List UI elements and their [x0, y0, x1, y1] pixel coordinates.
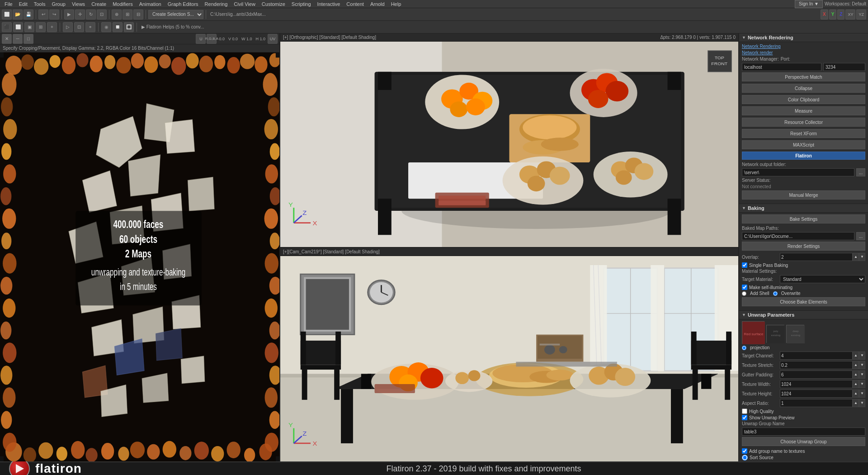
high-quality-checkbox[interactable]: [742, 408, 747, 414]
menu-scripting[interactable]: Scripting: [289, 1, 314, 7]
snap3-btn[interactable]: ⊟: [133, 10, 143, 19]
resource-collector-btn[interactable]: Resource Collector: [742, 118, 865, 127]
menu-edit[interactable]: Edit: [16, 1, 30, 7]
scale-btn[interactable]: ⊡: [97, 10, 107, 19]
menu-rendering[interactable]: Rendering: [202, 1, 231, 7]
menu-customize[interactable]: Customize: [259, 1, 288, 7]
sort-source-radio[interactable]: [742, 455, 748, 461]
tb2-btn1[interactable]: ⬛: [2, 22, 12, 32]
color-clipboard-btn[interactable]: Color Clipboard: [742, 95, 865, 104]
add-shell-radio[interactable]: [742, 291, 746, 296]
tb2-btn5[interactable]: +: [47, 22, 57, 32]
z-axis-btn[interactable]: Z: [837, 10, 844, 19]
undo-btn[interactable]: ↩: [38, 10, 48, 19]
network-render-link[interactable]: Network render: [742, 50, 773, 55]
rotate-btn[interactable]: ↻: [86, 10, 96, 19]
unwrap-group-input[interactable]: [742, 428, 865, 436]
menu-civil-view[interactable]: Civil View: [231, 1, 258, 7]
snap-btn[interactable]: ⊕: [112, 10, 122, 19]
tb2-btn6[interactable]: ▷: [63, 22, 73, 32]
tc-up[interactable]: ▲: [853, 352, 859, 360]
new-scene-btn[interactable]: ⬜: [2, 10, 12, 19]
menu-file[interactable]: File: [2, 1, 15, 7]
signin-button[interactable]: Sign In ▼: [795, 0, 823, 8]
menu-graph-editors[interactable]: Graph Editors: [165, 1, 201, 7]
overwrite-radio[interactable]: [773, 291, 778, 296]
uv-min-btn[interactable]: ─: [13, 34, 23, 44]
gp-up[interactable]: ▲: [853, 370, 859, 379]
projection-radio-input[interactable]: [742, 346, 746, 350]
uv-channel-u[interactable]: U: [196, 34, 206, 44]
texture-preview-deep[interactable]: deep existing: [786, 325, 804, 343]
snap2-btn[interactable]: ⊞: [123, 10, 132, 19]
flatiron-btn[interactable]: Flatiron: [742, 152, 865, 160]
choose-bake-btn[interactable]: Choose Bake Elements: [742, 297, 865, 306]
choose-unwrap-btn[interactable]: Choose Unwrap Group: [742, 437, 865, 446]
menu-arnold[interactable]: Arnold: [368, 1, 387, 7]
nr-output-input[interactable]: [742, 168, 854, 176]
menu-group[interactable]: Group: [49, 1, 68, 7]
maxscript-btn[interactable]: MAXScript: [742, 140, 865, 149]
move-btn[interactable]: ✛: [75, 10, 85, 19]
network-rendering-header[interactable]: ▼ Network Rendering: [739, 33, 868, 42]
ar-up[interactable]: ▲: [853, 399, 859, 407]
th-down[interactable]: ▼: [859, 390, 865, 398]
tb2-btn9[interactable]: ◉: [101, 22, 111, 32]
baked-path-input[interactable]: [742, 232, 854, 240]
unwrap-header[interactable]: ▼ Unwrap Parameters: [739, 311, 868, 319]
overlap-up[interactable]: ▲: [853, 253, 859, 261]
baked-path-browse[interactable]: ...: [856, 232, 865, 240]
menu-interactive[interactable]: Interactive: [315, 1, 343, 7]
menu-modifiers[interactable]: Modifiers: [110, 1, 136, 7]
bake-settings-btn[interactable]: Bake Settings: [742, 214, 865, 223]
network-rendering-link[interactable]: Network Rendering: [742, 44, 781, 49]
tex-width-input[interactable]: [780, 380, 853, 388]
aspect-input[interactable]: [780, 399, 853, 407]
tb2-btn8[interactable]: ⌖: [85, 22, 95, 32]
tb2-btn2[interactable]: ⬜: [13, 22, 23, 32]
menu-create[interactable]: Create: [89, 1, 109, 7]
baking-header[interactable]: ▼ Baking: [739, 204, 868, 213]
self-illum-checkbox[interactable]: [742, 285, 747, 290]
perspective-match-btn[interactable]: Perspective Match: [742, 72, 865, 81]
reset-xform-btn[interactable]: Reset XForm: [742, 129, 865, 138]
redo-btn[interactable]: ↪: [49, 10, 59, 19]
th-up[interactable]: ▲: [853, 390, 859, 398]
tw-up[interactable]: ▲: [853, 380, 859, 388]
save-btn[interactable]: 💾: [24, 10, 33, 19]
x-axis-btn[interactable]: X: [821, 10, 828, 19]
gp-down[interactable]: ▼: [859, 370, 865, 379]
selection-dropdown[interactable]: Create Selection S...: [148, 10, 203, 19]
select-btn[interactable]: ▶: [64, 10, 74, 19]
menu-help[interactable]: Help: [388, 1, 404, 7]
open-btn[interactable]: 📂: [13, 10, 23, 19]
manual-merge-btn[interactable]: Manual Merge: [742, 190, 865, 200]
uv-close-btn[interactable]: ✕: [2, 34, 12, 44]
tb2-btn11[interactable]: 🔳: [124, 22, 134, 32]
show-unwrap-checkbox[interactable]: [742, 415, 747, 420]
tb2-btn7[interactable]: ⊡: [74, 22, 84, 32]
texture-preview-red[interactable]: Red surface: [742, 321, 764, 344]
overlap-down[interactable]: ▼: [859, 253, 865, 261]
ts-down[interactable]: ▼: [859, 361, 865, 369]
tb2-btn10[interactable]: 🔲: [113, 22, 123, 32]
menu-content[interactable]: Content: [344, 1, 367, 7]
tb2-btn3[interactable]: ▣: [24, 22, 34, 32]
gutter-input[interactable]: [780, 370, 853, 379]
collapse-btn[interactable]: Collapse: [742, 84, 865, 93]
target-channel-input[interactable]: [780, 352, 853, 360]
nr-browse-btn[interactable]: ...: [856, 168, 865, 176]
menu-animation[interactable]: Animation: [137, 1, 164, 7]
texture-preview-poly[interactable]: poly existing: [766, 325, 784, 343]
nr-host-input[interactable]: [742, 63, 821, 71]
render-settings-btn[interactable]: Render Settings: [742, 242, 865, 251]
tb2-btn4[interactable]: ⊞: [36, 22, 46, 32]
ar-down[interactable]: ▼: [859, 399, 865, 407]
single-pass-checkbox[interactable]: [742, 262, 747, 268]
overlap-input[interactable]: [780, 253, 853, 261]
viewport-top-content[interactable]: X Y Z TOP FRONT: [280, 42, 738, 247]
viewport-bottom-content[interactable]: X Y Z: [280, 256, 738, 461]
y-axis-btn[interactable]: Y: [829, 10, 837, 19]
measure-btn[interactable]: Measure: [742, 106, 865, 115]
tc-down[interactable]: ▼: [859, 352, 865, 360]
